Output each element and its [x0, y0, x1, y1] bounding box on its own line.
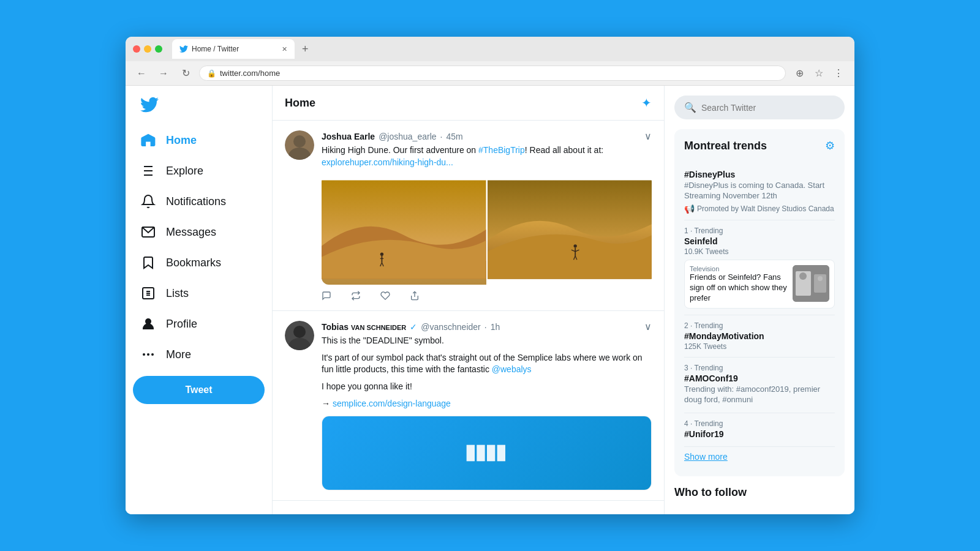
trend-seinfeld-rank: 1 · Trending [684, 227, 835, 235]
tweet1-link[interactable]: explorehuper.com/hiking-high-du... [322, 157, 453, 167]
sidebar-item-more[interactable]: More [133, 340, 265, 369]
tweet2-header: Tobias van Schneider ✓ @vanschneider · 1… [322, 321, 652, 332]
share-button[interactable] [410, 291, 420, 301]
tweet1-text-after: ! Read all about it at: [525, 145, 603, 155]
sidebar-more-label: More [166, 348, 191, 361]
maximize-window-button[interactable] [155, 45, 162, 53]
search-bar[interactable]: 🔍 [674, 96, 845, 119]
tweet2-link[interactable]: semplice.com/design-language [333, 399, 451, 408]
address-bar[interactable]: 🔒 twitter.com/home [199, 66, 786, 81]
seinfeld-headline: Friends or Seinfeld? Fans sign off on wh… [690, 272, 788, 304]
minimize-window-button[interactable] [144, 45, 151, 53]
trends-settings-icon[interactable]: ⚙ [825, 139, 835, 152]
trend-unifor[interactable]: 4 · Trending #Unifor19 [684, 413, 835, 447]
sidebar-item-messages[interactable]: Messages [133, 218, 265, 246]
trend-seinfeld[interactable]: 1 · Trending Seinfeld 10.9K Tweets Telev… [684, 220, 835, 316]
tweet2-link-line: → semplice.com/design-language [322, 398, 652, 410]
tweet1-header: Joshua Earle @joshua_earle · 45m ∨ [322, 130, 652, 142]
tweet2-mention[interactable]: @webalys [492, 364, 532, 374]
sidebar-item-explore[interactable]: Explore [133, 157, 265, 185]
svg-point-41 [818, 276, 823, 281]
twitter-bird-icon [140, 96, 159, 114]
url-text: twitter.com/home [220, 69, 280, 78]
notifications-icon [140, 193, 156, 209]
sidebar-item-profile[interactable]: Profile [133, 310, 265, 338]
sidebar-messages-label: Messages [166, 226, 216, 239]
desert-image-left-svg [322, 174, 486, 285]
main-feed: Home ✦ Joshua Earle @joshua_ea [273, 86, 665, 514]
refresh-button[interactable]: ↻ [177, 65, 194, 82]
who-to-follow-title: Who to follow [674, 486, 845, 499]
trend-monday-rank: 2 · Trending [684, 321, 835, 330]
tweet2-time-ago: 1h [491, 322, 500, 332]
twitter-favicon-icon [179, 45, 188, 53]
trend-disneyplus[interactable]: #DisneyPlus #DisneyPlus is coming to Can… [684, 162, 835, 220]
browser-tab-twitter[interactable]: Home / Twitter ✕ [172, 39, 295, 59]
tweet1-hashtag[interactable]: #TheBigTrip [478, 145, 525, 155]
seinfeld-article-card[interactable]: Television Friends or Seinfeld? Fans sig… [684, 260, 835, 309]
trends-title: Montreal trends [684, 140, 767, 152]
trend-amoconf[interactable]: 3 · Trending #AMOConf19 Trending with: #… [684, 358, 835, 413]
seinfeld-article-text: Television Friends or Seinfeld? Fans sig… [690, 265, 788, 304]
tweet1-time-ago: 45m [446, 132, 462, 141]
retweet-button[interactable] [351, 291, 361, 301]
lock-icon: 🔒 [207, 69, 216, 78]
new-tab-button[interactable]: + [297, 40, 314, 58]
desert-image-right-svg [488, 174, 652, 285]
trend-seinfeld-count: 10.9K Tweets [684, 247, 835, 256]
trend-monday-count: 125K Tweets [684, 342, 835, 351]
close-window-button[interactable] [133, 45, 140, 53]
sidebar: Home Explore Notifications Messages [126, 86, 273, 514]
sidebar-item-bookmarks[interactable]: Bookmarks [133, 249, 265, 277]
trend-mondaymotivation[interactable]: 2 · Trending #MondayMotivation 125K Twee… [684, 315, 835, 358]
svg-point-10 [147, 353, 149, 356]
sparkle-icon[interactable]: ✦ [641, 96, 652, 110]
sidebar-item-notifications[interactable]: Notifications [133, 187, 265, 216]
tab-close-button[interactable]: ✕ [282, 45, 287, 53]
cast-button[interactable]: ⊕ [791, 65, 808, 82]
sidebar-profile-label: Profile [166, 318, 197, 331]
tweet-item: Joshua Earle @joshua_earle · 45m ∨ Hikin… [273, 121, 664, 311]
tweet2-body-text: It's part of our symbol pack that's stra… [322, 352, 652, 376]
tweet1-actions [322, 291, 652, 301]
lists-icon [140, 285, 156, 301]
like-button[interactable] [380, 291, 390, 301]
more-icon [140, 347, 156, 362]
sidebar-item-lists[interactable]: Lists [133, 279, 265, 307]
trends-header: Montreal trends ⚙ [684, 139, 835, 152]
reply-button[interactable] [322, 291, 331, 301]
sidebar-item-home[interactable]: Home [133, 126, 265, 154]
search-icon: 🔍 [684, 102, 696, 113]
svg-rect-35 [487, 445, 495, 462]
trend-amoconf-rank: 3 · Trending [684, 364, 835, 372]
tweet1-handle: @joshua_earle [379, 132, 436, 141]
more-options-button[interactable]: ⋮ [830, 65, 847, 82]
tweet-button[interactable]: Tweet [133, 376, 265, 404]
bookmark-star-button[interactable]: ☆ [810, 65, 827, 82]
tweet2-meta: Tobias van Schneider ✓ @vanschneider · 1… [322, 322, 500, 332]
tweet2-author-name: Tobias van Schneider [322, 322, 406, 332]
trend-monday-topic: #MondayMotivation [684, 331, 835, 341]
sidebar-bookmarks-label: Bookmarks [166, 257, 221, 269]
back-button[interactable]: ← [133, 65, 150, 82]
sidebar-home-label: Home [166, 134, 197, 147]
tweet1-image-right [488, 174, 652, 285]
svg-point-11 [151, 353, 154, 356]
tweet2-chevron-icon[interactable]: ∨ [644, 321, 652, 332]
tweet2-avatar-img [285, 321, 314, 350]
tweet1-time: · [440, 132, 443, 141]
svg-rect-36 [497, 445, 505, 462]
tab-bar: Home / Twitter ✕ + [172, 39, 847, 59]
show-more-link[interactable]: Show more [684, 447, 835, 467]
twitter-logo[interactable] [133, 91, 265, 121]
tweet1-chevron-icon[interactable]: ∨ [644, 130, 652, 142]
svg-point-9 [143, 353, 145, 356]
tweet-item: Tobias van Schneider ✓ @vanschneider · 1… [273, 311, 664, 501]
tweet2-card-preview[interactable] [322, 416, 652, 490]
sidebar-lists-label: Lists [166, 287, 189, 300]
forward-button[interactable]: → [155, 65, 172, 82]
search-input[interactable] [701, 103, 835, 113]
svg-rect-34 [477, 445, 484, 462]
trend-disneyplus-topic: #DisneyPlus [684, 170, 835, 179]
trend-seinfeld-topic: Seinfeld [684, 236, 835, 246]
